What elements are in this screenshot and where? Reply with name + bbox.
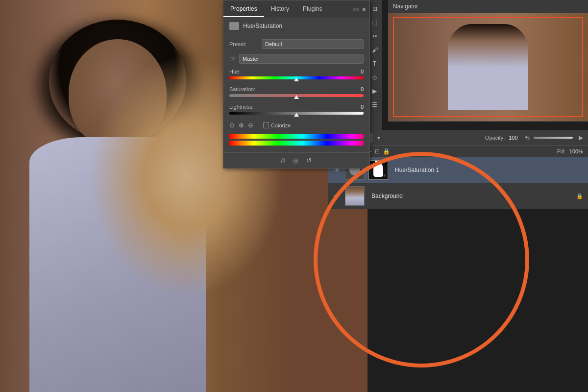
layer-name-hue-saturation: Hue/Saturation 1 <box>395 167 439 173</box>
adjustment-type-icon <box>229 22 239 30</box>
properties-panel: Properties History Plugins >> ≡ Hue/Satu… <box>223 0 370 169</box>
blend-dropdown-arrow: ▼ <box>376 135 381 141</box>
layer-thumb-background <box>345 186 365 206</box>
spectrum-bar <box>229 134 364 139</box>
toolbar-path-icon[interactable]: ◇ <box>369 72 381 83</box>
lock-all-icon[interactable]: 🔒 <box>383 148 390 155</box>
layer-visibility-bg[interactable]: 👁 <box>333 192 341 200</box>
toolbar-sliders-icon[interactable]: ⊟ <box>369 3 381 15</box>
toolbar-paint-icon[interactable]: 🖌 <box>369 44 381 56</box>
tab-plugins[interactable]: Plugins <box>296 1 329 17</box>
panel-tab-icons: >> ≡ <box>353 6 369 12</box>
saturation-value: 0 <box>354 86 364 92</box>
lock-artboard-icon[interactable]: ⊡ <box>375 148 380 155</box>
fill-value: 100% <box>569 148 583 154</box>
eyedropper-tools: ⊙ ⊕ ⊖ <box>229 122 253 129</box>
toolbar-crop-icon[interactable]: ✂ <box>369 30 381 42</box>
saturation-thumb[interactable] <box>294 95 299 99</box>
lightness-thumb[interactable] <box>294 113 299 117</box>
eyedropper-sub-icon[interactable]: ⊖ <box>248 122 253 129</box>
hue-thumb[interactable] <box>294 77 299 81</box>
layer-row-background[interactable]: 👁 Background 🔒 <box>328 183 588 209</box>
reset-icon[interactable]: ↺ <box>306 157 312 164</box>
toolbar-text-icon[interactable]: T <box>369 58 381 70</box>
hue-value: 0 <box>354 69 364 74</box>
preset-row: Preset: Default <box>229 39 364 49</box>
spectrum-bar-2 <box>229 141 364 146</box>
fill-label: Fill: <box>557 148 565 154</box>
color-bars <box>229 134 364 146</box>
nav-viewport-box[interactable] <box>393 17 583 117</box>
visibility-toggle-icon[interactable]: ◎ <box>293 157 298 164</box>
panel-footer: ⎙ ◎ ↺ <box>223 152 369 168</box>
preset-label: Preset: <box>229 41 259 47</box>
hue-label-row: Hue: 0 <box>229 69 364 74</box>
lightness-slider-row: Lightness: 0 <box>229 104 364 115</box>
panel-menu-icon[interactable]: ≡ <box>363 6 366 12</box>
saturation-label: Saturation: <box>229 86 255 92</box>
channel-row: ☞ Master <box>229 54 364 64</box>
colorize-checkbox[interactable] <box>263 122 269 128</box>
opacity-slider[interactable] <box>534 137 573 139</box>
saturation-track[interactable] <box>229 94 364 97</box>
saturation-slider-row: Saturation: 0 <box>229 86 364 97</box>
tab-history[interactable]: History <box>264 1 296 17</box>
panel-body: Preset: Default ☞ Master Hue: 0 Sa <box>223 34 369 152</box>
eyedropper-icon[interactable]: ⊙ <box>229 122 235 129</box>
tab-properties[interactable]: Properties <box>223 1 264 17</box>
lightness-value: 0 <box>354 104 364 110</box>
colorize-row: ⊙ ⊕ ⊖ Colorize <box>229 122 364 129</box>
opacity-value: 100 <box>509 135 521 141</box>
toolbar-play-icon[interactable]: ▶ <box>369 85 381 97</box>
expand-icon[interactable]: >> <box>353 6 360 12</box>
colorize-text: Colorize <box>271 122 291 128</box>
panel-header: Hue/Saturation <box>223 18 369 34</box>
hue-label: Hue: <box>229 69 241 74</box>
channel-select[interactable]: Master <box>239 54 364 64</box>
layer-thumb-mask: ☞ <box>368 160 388 180</box>
eyedropper-add-icon[interactable]: ⊕ <box>239 122 244 129</box>
saturation-label-row: Saturation: 0 <box>229 86 364 92</box>
layer-name-background: Background <box>371 193 403 199</box>
opacity-unit: % <box>525 135 530 141</box>
navigator-title: Navigator <box>393 3 418 10</box>
navigator-header: Navigator <box>388 0 588 13</box>
navigator-panel: Navigator <box>388 0 588 122</box>
panel-title: Hue/Saturation <box>243 23 282 29</box>
colorize-label[interactable]: Colorize <box>263 122 291 128</box>
clip-to-layer-icon[interactable]: ⎙ <box>281 157 285 164</box>
lightness-label-row: Lightness: 0 <box>229 104 364 110</box>
hand-icon[interactable]: ☞ <box>229 54 236 64</box>
navigator-preview <box>388 13 588 121</box>
panel-tabs: Properties History Plugins >> ≡ <box>223 0 369 18</box>
hue-slider-row: Hue: 0 <box>229 69 364 79</box>
background-lock-icon: 🔒 <box>576 193 583 199</box>
hue-track[interactable] <box>229 76 364 79</box>
toolbar-select-icon[interactable]: ⬚ <box>369 17 381 28</box>
lightness-label: Lightness: <box>229 104 254 110</box>
toolbar-layers-icon[interactable]: ☰ <box>369 99 381 111</box>
preset-select[interactable]: Default <box>262 39 364 49</box>
opacity-label: Opacity: <box>485 135 505 141</box>
collapse-right-icon[interactable]: ▶ <box>579 134 583 141</box>
lightness-track[interactable] <box>229 112 364 115</box>
